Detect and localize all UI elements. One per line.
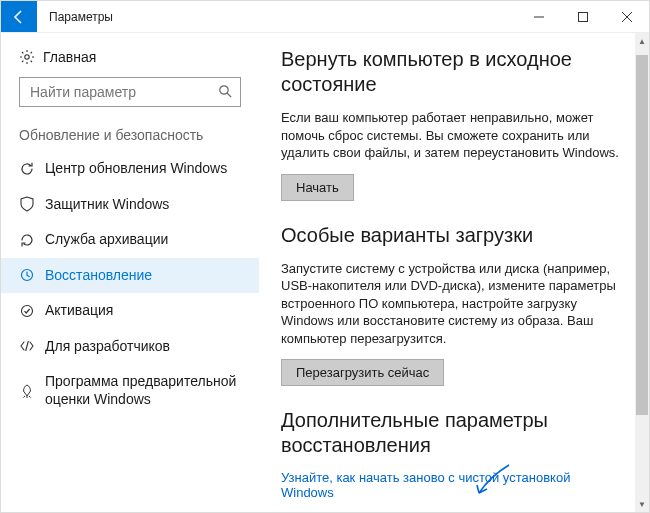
sidebar-item-developers[interactable]: Для разработчиков [1,329,259,365]
scroll-up-icon[interactable]: ▲ [635,33,649,49]
minimize-button[interactable] [517,1,561,32]
close-button[interactable] [605,1,649,32]
category-heading: Обновление и безопасность [1,117,259,151]
home-link[interactable]: Главная [1,43,259,75]
window-title: Параметры [37,1,517,32]
section-heading-more-recovery: Дополнительные параметры восстановления [281,408,623,458]
minimize-icon [534,12,544,22]
svg-point-2 [220,85,228,93]
sidebar-item-windows-update[interactable]: Центр обновления Windows [1,151,259,187]
sidebar-item-label: Программа предварительной оценки Windows [45,373,251,408]
home-label: Главная [43,49,96,65]
sidebar-item-label: Восстановление [45,267,152,285]
sidebar-item-backup[interactable]: Служба архивации [1,222,259,258]
sidebar-item-label: Защитник Windows [45,196,169,214]
sidebar-item-defender[interactable]: Защитник Windows [1,187,259,223]
restart-now-button[interactable]: Перезагрузить сейчас [281,359,444,386]
main-content: Вернуть компьютер в исходное состояние Е… [259,33,649,512]
shield-icon [19,196,45,212]
search-icon [218,84,232,101]
fresh-start-link[interactable]: Узнайте, как начать заново с чистой уста… [281,470,623,500]
section-heading-advanced-startup: Особые варианты загрузки [281,223,623,248]
sidebar-item-recovery[interactable]: Восстановление [1,258,259,294]
section-body-advanced-startup: Запустите систему с устройства или диска… [281,260,623,348]
scrollbar[interactable]: ▲ ▼ [635,33,649,512]
search-input[interactable] [19,77,241,107]
sidebar-item-label: Для разработчиков [45,338,170,356]
section-heading-reset: Вернуть компьютер в исходное состояние [281,47,623,97]
sidebar-item-activation[interactable]: Активация [1,293,259,329]
maximize-button[interactable] [561,1,605,32]
maximize-icon [578,12,588,22]
scroll-down-icon[interactable]: ▼ [635,496,649,512]
sidebar-item-label: Активация [45,302,113,320]
svg-point-1 [25,55,29,59]
code-icon [19,338,45,354]
check-circle-icon [19,303,45,319]
sidebar: Главная Обновление и безопасность Центр … [1,33,259,512]
titlebar: Параметры [1,1,649,33]
window-controls [517,1,649,32]
close-icon [622,12,632,22]
sidebar-item-label: Служба архивации [45,231,168,249]
scrollbar-thumb[interactable] [636,55,648,415]
back-button[interactable] [1,1,37,32]
sidebar-item-insider[interactable]: Программа предварительной оценки Windows [1,364,259,417]
rocket-icon [19,383,45,399]
backup-icon [19,232,45,248]
sidebar-item-label: Центр обновления Windows [45,160,227,178]
history-icon [19,267,45,283]
svg-point-4 [22,305,33,316]
sync-icon [19,161,45,177]
svg-rect-0 [579,12,588,21]
gear-icon [19,49,43,65]
arrow-left-icon [11,9,27,25]
search-field[interactable] [28,83,218,101]
reset-start-button[interactable]: Начать [281,174,354,201]
section-body-reset: Если ваш компьютер работает неправильно,… [281,109,623,162]
